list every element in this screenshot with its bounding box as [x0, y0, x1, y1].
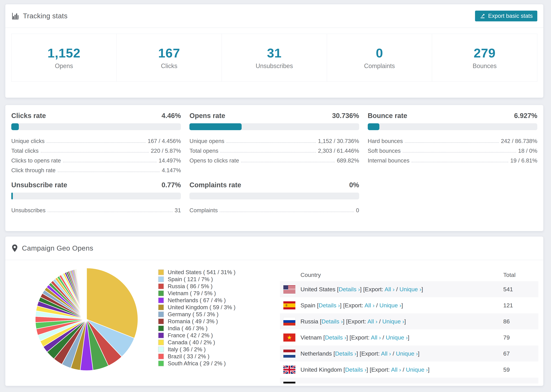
progress-track [368, 123, 537, 130]
legend-swatch [158, 290, 164, 296]
stat-label: Clicks [161, 63, 177, 70]
geo-table-body: United States [Details ›] [Export: All ›… [280, 281, 538, 384]
legend-swatch [158, 325, 164, 331]
metric-label: Hard bounces [368, 138, 403, 144]
legend-swatch [158, 347, 164, 352]
tracking-stats-header: Tracking stats Export basic stats [5, 4, 543, 28]
export-basic-stats-button[interactable]: Export basic stats [475, 11, 537, 21]
metric-value: 0 [356, 207, 359, 214]
legend-label: Vietnam ( 79 / 5% ) [168, 290, 216, 297]
metric-row: Total opens2,303 / 61.446% [190, 144, 359, 154]
stat-value: 167 [158, 46, 180, 60]
legend-item-south-africa[interactable]: South Africa ( 29 / 2% ) [158, 360, 235, 367]
geo-header: Campaign Geo Opens [5, 237, 543, 260]
progress-fill [368, 123, 380, 130]
nl-flag-icon [283, 350, 295, 358]
stat-value: 279 [474, 46, 495, 60]
export-all-link[interactable]: All › [391, 366, 401, 373]
metric-value: 4.147% [162, 167, 181, 174]
metric-label: Click through rate [11, 167, 56, 174]
export-unique-link[interactable]: Unique › [379, 302, 402, 308]
export-unique-link[interactable]: Unique › [382, 318, 404, 325]
metric-value: 167 / 4.456% [148, 138, 181, 144]
dotted-leader [58, 172, 160, 172]
table-row-spain: Spain [Details ›] [Export: All › / Uniqu… [280, 297, 538, 313]
metric-label: Total clicks [11, 147, 39, 154]
country-cell: United Kingdom [Details ›] [Export: All … [300, 366, 503, 373]
metric-row: Complaints0 [190, 204, 359, 214]
legend-item-india[interactable]: India ( 46 / 3% ) [158, 325, 235, 332]
export-unique-link[interactable]: Unique › [396, 350, 418, 357]
export-all-link[interactable]: All › [384, 286, 395, 293]
details-link[interactable]: Details › [335, 350, 356, 357]
export-all-link[interactable]: All › [381, 350, 391, 357]
legend-swatch [158, 304, 164, 310]
metric-value: 18 / 0% [518, 147, 537, 154]
dotted-leader [411, 162, 509, 162]
total-cell: 59 [503, 366, 538, 373]
legend-item-romania[interactable]: Romania ( 49 / 3% ) [158, 318, 235, 325]
export-unique-link[interactable]: Unique › [406, 366, 428, 373]
map-pin-icon [11, 244, 18, 252]
stat-box-complaints: 0Complaints [327, 34, 432, 81]
campaign-geo-opens-card: Campaign Geo Opens United States ( 541 /… [5, 236, 544, 386]
tracking-stats-card: Tracking stats Export basic stats 1,152O… [5, 4, 544, 98]
progress-fill [11, 193, 13, 199]
country-cell: Russia [Details ›] [Export: All › / Uniq… [300, 318, 503, 325]
dotted-leader [220, 211, 354, 212]
metric-value: 220 / 5.87% [151, 147, 181, 154]
legend-item-brazil[interactable]: Brazil ( 33 / 2% ) [158, 353, 235, 360]
rate-title: Bounce rate [368, 112, 407, 119]
export-all-link[interactable]: All › [365, 302, 374, 308]
details-link[interactable]: Details › [345, 366, 367, 373]
legend-swatch [158, 361, 164, 366]
legend-label: Italy ( 36 / 2% ) [168, 346, 206, 353]
metric-row: Clicks to opens rate14.497% [11, 154, 181, 164]
page-title: Tracking stats [23, 12, 68, 20]
stat-label: Opens [55, 63, 73, 70]
legend-item-spain[interactable]: Spain ( 121 / 7% ) [158, 276, 235, 283]
export-unique-link[interactable]: Unique › [386, 334, 408, 341]
metric-label: Unsubscribes [11, 207, 46, 214]
legend-item-russia[interactable]: Russia ( 86 / 5% ) [158, 283, 235, 290]
legend-label: Canada ( 40 / 2% ) [168, 339, 215, 346]
export-unique-link[interactable]: Unique › [389, 382, 410, 384]
progress-track [11, 193, 181, 199]
legend-item-united-kingdom[interactable]: United Kingdom ( 59 / 3% ) [158, 304, 235, 311]
export-all-link[interactable]: All › [367, 318, 377, 325]
legend-item-vietnam[interactable]: Vietnam ( 79 / 5% ) [158, 290, 235, 297]
progress-track [190, 123, 359, 130]
metric-label: Unique clicks [11, 138, 44, 144]
details-link[interactable]: Details › [322, 318, 343, 325]
legend-item-netherlands[interactable]: Netherlands ( 67 / 4% ) [158, 297, 235, 304]
metric-row: Internal bounces19 / 6.81% [368, 154, 537, 164]
export-all-link[interactable]: All › [371, 334, 381, 341]
metric-value: 31 [175, 207, 181, 214]
metric-label: Soft bounces [368, 147, 401, 154]
country-cell: United States [Details ›] [Export: All ›… [300, 286, 503, 293]
legend-item-united-states[interactable]: United States ( 541 / 31% ) [158, 269, 235, 276]
metric-label: Opens to clicks rate [190, 157, 239, 164]
stat-value: 0 [376, 46, 383, 60]
details-link[interactable]: Details › [339, 286, 360, 293]
rate-block-bounce-rate: Bounce rate6.927%Hard bounces242 / 86.73… [368, 112, 537, 174]
legend-swatch [158, 332, 164, 338]
rate-value: 0% [349, 181, 359, 189]
details-link[interactable]: Details › [325, 334, 346, 341]
metric-label: Complaints [190, 207, 218, 214]
metric-value: 1,152 / 30.736% [318, 138, 359, 144]
legend-item-canada[interactable]: Canada ( 40 / 2% ) [158, 339, 235, 346]
details-link[interactable]: Details › [319, 302, 340, 308]
details-link[interactable]: Details › [328, 382, 349, 384]
dotted-leader [226, 142, 316, 143]
export-all-link[interactable]: All › [374, 382, 384, 384]
legend-item-italy[interactable]: Italy ( 36 / 2% ) [158, 346, 235, 353]
export-unique-link[interactable]: Unique › [399, 286, 422, 293]
legend-item-germany[interactable]: Germany ( 55 / 3% ) [158, 311, 235, 318]
table-row-vietnam: Vietnam [Details ›] [Export: All › / Uni… [280, 329, 538, 345]
metric-row: Unique clicks167 / 4.456% [11, 135, 181, 144]
rate-block-opens-rate: Opens rate30.736%Unique opens1,152 / 30.… [190, 112, 359, 174]
legend-item-france[interactable]: France ( 42 / 2% ) [158, 332, 235, 339]
legend-swatch [158, 318, 164, 324]
country-cell: Spain [Details ›] [Export: All › / Uniqu… [300, 302, 503, 309]
